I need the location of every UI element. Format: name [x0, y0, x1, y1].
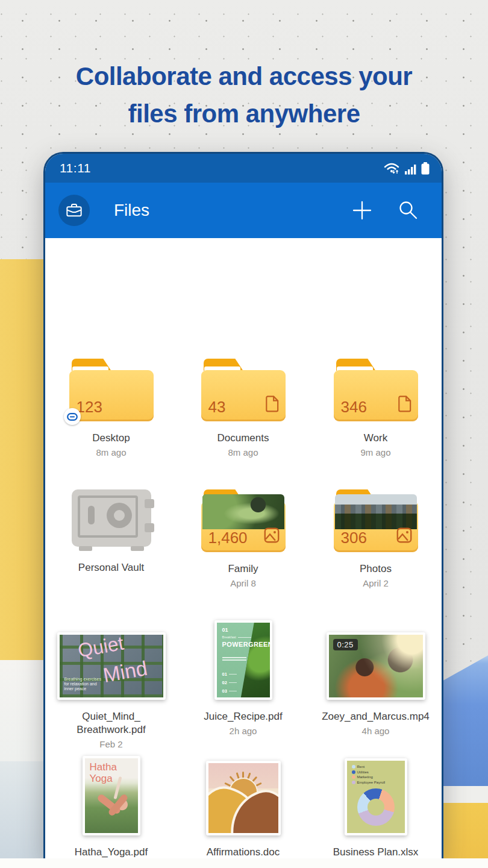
folder-tile-desktop[interactable]: 123 Desktop 8m ago	[45, 359, 177, 458]
folder-name: Work	[364, 432, 387, 445]
image-icon	[396, 527, 412, 543]
folder-tile-photos[interactable]: 306 Photos April 2	[310, 489, 442, 588]
folder-time: April 2	[363, 578, 389, 588]
video-frame-art: 0:25	[329, 635, 423, 697]
folder-name: Documents	[217, 432, 269, 445]
search-icon	[398, 200, 418, 221]
file-name: Hatha_Yoga.pdf	[75, 846, 148, 858]
document-glyph-icon	[398, 395, 412, 415]
folder-name: Photos	[360, 562, 392, 576]
document-glyph-icon	[265, 395, 280, 415]
add-button[interactable]	[349, 197, 375, 224]
video-thumbnail: 0:25	[327, 632, 425, 700]
folder-icon: 346	[334, 359, 418, 421]
file-thumbnail: Hatha Yoga	[83, 756, 140, 835]
status-icons	[384, 162, 430, 175]
pdf-cover-art: Quiet Mind Breathing exercises for relax…	[60, 635, 163, 697]
briefcase-icon	[66, 203, 83, 218]
image-glyph-icon	[264, 527, 280, 546]
cover-label: Breakfast	[222, 635, 251, 639]
donut-chart	[357, 788, 395, 826]
phone-mockup: 11:11	[45, 154, 442, 858]
folder-name: Desktop	[92, 432, 130, 445]
folder-tile-documents[interactable]: 43 Documents 8m ago	[177, 359, 309, 458]
file-tile-zoey-and-marcus[interactable]: 0:25 Zoey_and_Marcus.mp4 4h ago	[310, 618, 442, 736]
cover-title: POWERGREENS	[222, 641, 270, 648]
file-tile-quiet-mind[interactable]: Quiet Mind Breathing exercises for relax…	[45, 618, 177, 749]
file-thumbnail: Quiet Mind Breathing exercises for relax…	[57, 632, 166, 700]
page-title: Files	[114, 201, 149, 220]
file-thumbnail	[206, 761, 281, 835]
folder-tile-family[interactable]: 1,460 Family April 8	[177, 489, 309, 588]
file-tile-business-plan[interactable]: Rent Utilities Marketing Employee Payrol…	[310, 753, 442, 858]
cover-title: Mind	[101, 656, 149, 687]
wifi-transfer-icon	[384, 162, 401, 175]
file-tile-juice-recipe[interactable]: 01 Breakfast POWERGREENS 01 02 03 Juice_…	[177, 618, 309, 736]
folder-cover-photo	[335, 494, 417, 529]
folder-icon: 123	[69, 359, 154, 421]
account-avatar[interactable]	[58, 195, 90, 226]
file-name: Quiet_Mind_Breathwork.pdf	[77, 710, 145, 737]
app-bar: Files	[45, 183, 442, 238]
status-bar: 11:11	[45, 154, 442, 183]
file-thumbnail: 01 Breakfast POWERGREENS 01 02 03	[214, 620, 272, 700]
cover-list: 01 02 03	[222, 668, 237, 694]
image-icon	[264, 527, 280, 543]
pdf-cover-art: Hatha Yoga	[85, 758, 138, 833]
file-name: Juice_Recipe.pdf	[204, 710, 282, 723]
background-white-left	[0, 660, 49, 761]
folder-item-count: 306	[341, 529, 367, 547]
background-white-right	[439, 786, 488, 803]
folder-time: 8m ago	[96, 447, 126, 458]
cover-subtitle: Breathing exercises for relaxation and i…	[64, 677, 102, 691]
status-time: 11:11	[60, 161, 91, 175]
file-name: Zoey_and_Marcus.mp4	[322, 710, 430, 723]
photo-folder-icon: 306	[334, 489, 418, 552]
doc-cover-art	[208, 763, 278, 833]
plus-icon	[351, 200, 373, 221]
folder-time: 9m ago	[360, 447, 390, 458]
folder-item-count: 43	[208, 398, 226, 417]
video-duration-badge: 0:25	[333, 639, 358, 650]
file-time: 4h ago	[362, 726, 390, 736]
cover-number: 01	[222, 627, 228, 633]
battery-icon	[421, 162, 430, 175]
folder-name: Family	[228, 562, 258, 576]
folder-item-count: 346	[341, 398, 367, 417]
file-thumbnail: Rent Utilities Marketing Employee Payrol…	[345, 758, 407, 835]
background-yellow-paper-left	[0, 259, 49, 660]
folder-time: April 8	[230, 578, 256, 588]
file-name: Affirmations.doc	[207, 846, 280, 858]
document-icon	[265, 395, 280, 412]
file-tile-affirmations[interactable]: Affirmations.doc 3h ago	[177, 753, 309, 858]
file-grid: 123 Desktop 8m ago 43	[45, 238, 442, 858]
file-time: 2h ago	[230, 726, 257, 736]
folder-item-count: 1,460	[208, 529, 248, 547]
headline-line2: files from anywhere	[0, 95, 488, 133]
shared-link-badge	[64, 408, 81, 425]
folder-tile-personal-vault[interactable]: Personal Vault	[45, 489, 177, 577]
file-name: Business Plan.xlsx	[333, 846, 419, 858]
file-tile-hatha-yoga[interactable]: Hatha Yoga Hatha_Yoga.pdf 2h ago	[45, 753, 177, 858]
cover-title: Hatha Yoga	[90, 761, 117, 784]
file-time: Feb 2	[99, 739, 122, 749]
folder-tile-work[interactable]: 346 Work 9m ago	[310, 359, 442, 458]
link-icon	[67, 413, 78, 421]
vault-icon	[72, 489, 151, 551]
signal-strength-icon	[405, 163, 417, 175]
background-blue-left	[0, 761, 49, 868]
table-surface	[0, 858, 488, 868]
folder-time: 8m ago	[228, 447, 258, 458]
folder-icon: 43	[201, 359, 286, 421]
document-icon	[398, 395, 412, 412]
cover-title: Quiet	[76, 635, 125, 662]
search-button[interactable]	[395, 197, 421, 224]
pdf-cover-art: 01 Breakfast POWERGREENS 01 02 03	[217, 623, 270, 697]
marketing-headline: Collaborate and access your files from a…	[0, 58, 488, 133]
headline-line1: Collaborate and access your	[0, 58, 488, 95]
spreadsheet-chart-art: Rent Utilities Marketing Employee Payrol…	[347, 761, 405, 833]
image-glyph-icon	[396, 527, 412, 546]
folder-name: Personal Vault	[78, 561, 144, 574]
chart-legend: Rent Utilities Marketing Employee Payrol…	[352, 765, 386, 785]
photo-folder-icon: 1,460	[201, 489, 286, 552]
